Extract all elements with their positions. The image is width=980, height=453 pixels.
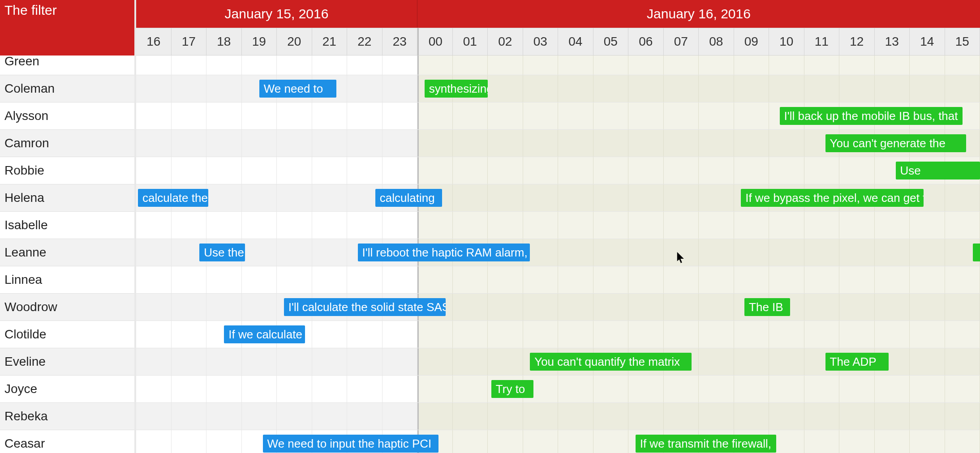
timeline-cell[interactable] <box>910 212 945 239</box>
timeline-cell[interactable] <box>312 403 348 430</box>
timeline-cell[interactable] <box>383 103 418 129</box>
timeline-cell[interactable] <box>804 239 840 266</box>
scheduler-event[interactable]: If we transmit the firewall, <box>636 435 776 453</box>
timeline-cell[interactable] <box>910 75 945 102</box>
timeline-cell[interactable] <box>628 212 664 239</box>
timeline-cell[interactable] <box>383 266 418 293</box>
timeline-cell[interactable] <box>383 321 418 348</box>
timeline-cell[interactable] <box>312 184 348 211</box>
timeline-cell[interactable] <box>558 130 593 157</box>
timeline-cell[interactable] <box>558 430 593 453</box>
timeline-cell[interactable] <box>875 321 910 348</box>
timeline-cell[interactable] <box>242 184 277 211</box>
timeline-cell[interactable] <box>242 103 277 129</box>
timeline-cell[interactable] <box>628 403 664 430</box>
timeline-cell[interactable] <box>277 103 312 129</box>
scheduler-event[interactable]: If we calculate <box>224 325 305 343</box>
timeline-cell[interactable] <box>945 212 980 239</box>
timeline-cell[interactable] <box>488 130 523 157</box>
timeline-cell[interactable] <box>206 376 242 402</box>
timeline-cell[interactable] <box>206 266 242 293</box>
timeline-cell[interactable] <box>839 321 875 348</box>
timeline-cell[interactable] <box>945 75 980 102</box>
resource-row[interactable]: Isabelle <box>0 212 134 239</box>
timeline-cell[interactable] <box>875 294 910 321</box>
timeline-cell[interactable] <box>312 212 348 239</box>
timeline-cell[interactable] <box>277 157 312 184</box>
timeline-cell[interactable] <box>664 294 699 321</box>
timeline-cell[interactable] <box>488 430 523 453</box>
timeline-cell[interactable] <box>488 184 523 211</box>
resource-row[interactable]: Helena <box>0 184 134 212</box>
timeline-cell[interactable] <box>312 157 348 184</box>
timeline-cell[interactable] <box>593 56 629 75</box>
timeline-cell[interactable] <box>699 103 734 129</box>
timeline-cell[interactable] <box>523 212 559 239</box>
timeline-cell[interactable] <box>875 56 910 75</box>
resource-row[interactable]: Robbie <box>0 157 134 184</box>
timeline-cell[interactable] <box>488 294 523 321</box>
scheduler-event[interactable]: I'll reboot the haptic RAM alarm, <box>358 244 530 261</box>
timeline-cell[interactable] <box>593 212 629 239</box>
timeline-cell[interactable] <box>734 212 769 239</box>
timeline-cell[interactable] <box>699 266 734 293</box>
timeline-cell[interactable] <box>734 403 769 430</box>
timeline-cell[interactable] <box>242 157 277 184</box>
scheduler-event[interactable]: Use <box>896 162 980 179</box>
timeline-cell[interactable] <box>206 294 242 321</box>
timeline-cell[interactable] <box>206 430 242 453</box>
timeline-cell[interactable] <box>699 184 734 211</box>
timeline-cell[interactable] <box>875 376 910 402</box>
timeline-cell[interactable] <box>593 103 629 129</box>
timeline-cell[interactable] <box>558 266 593 293</box>
timeline-cell[interactable] <box>734 266 769 293</box>
timeline-cell[interactable] <box>417 103 453 129</box>
timeline-cell[interactable] <box>136 376 172 402</box>
timeline-cell[interactable] <box>945 321 980 348</box>
timeline-cell[interactable] <box>312 376 348 402</box>
timeline-cell[interactable] <box>699 130 734 157</box>
timeline-cell[interactable] <box>804 266 840 293</box>
timeline-cell[interactable] <box>664 403 699 430</box>
scheduler-event[interactable]: The IB <box>744 298 790 316</box>
timeline-cell[interactable] <box>172 56 207 75</box>
timeline-cell[interactable] <box>523 56 559 75</box>
timeline-cell[interactable] <box>804 321 840 348</box>
resource-row[interactable]: Alysson <box>0 103 134 130</box>
timeline-cell[interactable] <box>558 157 593 184</box>
timeline-cell[interactable] <box>769 321 804 348</box>
timeline-cell[interactable] <box>628 376 664 402</box>
timeline-cell[interactable] <box>769 403 804 430</box>
timeline-cell[interactable] <box>558 294 593 321</box>
timeline-cell[interactable] <box>172 376 207 402</box>
timeline-cell[interactable] <box>593 266 629 293</box>
timeline-cell[interactable] <box>277 212 312 239</box>
timeline-cell[interactable] <box>769 212 804 239</box>
timeline-cell[interactable] <box>383 157 418 184</box>
timeline-cell[interactable] <box>839 56 875 75</box>
timeline-cell[interactable] <box>628 266 664 293</box>
timeline-cell[interactable] <box>242 239 277 266</box>
timeline-cell[interactable] <box>734 130 769 157</box>
timeline-cell[interactable] <box>172 403 207 430</box>
timeline-cell[interactable] <box>347 157 383 184</box>
scheduler-event[interactable]: You can't quantify the matrix <box>530 353 692 371</box>
timeline-cell[interactable] <box>769 130 804 157</box>
timeline-cell[interactable] <box>206 157 242 184</box>
timeline-cell[interactable] <box>804 212 840 239</box>
timeline-cell[interactable] <box>839 75 875 102</box>
timeline-cell[interactable] <box>277 56 312 75</box>
timeline-cell[interactable] <box>945 403 980 430</box>
timeline-cell[interactable] <box>664 56 699 75</box>
timeline-cell[interactable] <box>699 294 734 321</box>
timeline-cell[interactable] <box>136 403 172 430</box>
timeline-cell[interactable] <box>453 103 488 129</box>
timeline-cell[interactable] <box>839 266 875 293</box>
timeline-cell[interactable] <box>558 239 593 266</box>
timeline-cell[interactable] <box>453 266 488 293</box>
timeline-cell[interactable] <box>277 130 312 157</box>
timeline-cell[interactable] <box>417 130 453 157</box>
timeline-cell[interactable] <box>136 212 172 239</box>
timeline-cell[interactable] <box>347 75 383 102</box>
timeline-cell[interactable] <box>206 75 242 102</box>
